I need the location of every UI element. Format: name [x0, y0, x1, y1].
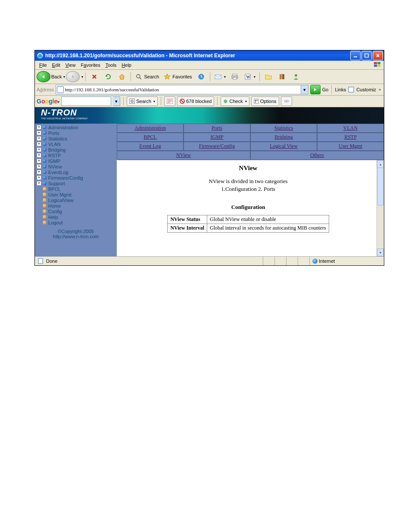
- google-search-dropdown[interactable]: ▾: [113, 96, 120, 106]
- tree-link[interactable]: Ports: [48, 131, 59, 136]
- tree-item-statistics[interactable]: +Statistics: [35, 136, 117, 141]
- google-check-button[interactable]: ✵Check▾: [221, 96, 249, 106]
- google-autolink-button[interactable]: [281, 96, 292, 106]
- close-button[interactable]: [373, 51, 383, 60]
- favorites-button[interactable]: Favorites: [162, 72, 193, 82]
- expand-icon[interactable]: +: [37, 142, 41, 146]
- tab-administration[interactable]: Administration: [117, 124, 184, 133]
- messenger-button[interactable]: [290, 72, 302, 82]
- tree-link[interactable]: VLAN: [48, 142, 61, 147]
- stop-button[interactable]: [88, 72, 101, 82]
- tab-logical-view[interactable]: Logical View: [250, 142, 317, 151]
- customize-icon[interactable]: [347, 86, 355, 93]
- scroll-up-button[interactable]: ▴: [377, 160, 384, 168]
- scroll-thumb[interactable]: [377, 168, 383, 205]
- address-input[interactable]: [56, 85, 301, 94]
- google-search-input[interactable]: [61, 96, 111, 106]
- print-button[interactable]: [228, 72, 241, 82]
- tree-item-logicalview[interactable]: LogicalView: [35, 197, 117, 203]
- tree-link[interactable]: RSTP: [48, 153, 61, 158]
- links-overflow[interactable]: »: [379, 87, 381, 92]
- expand-icon[interactable]: +: [37, 147, 41, 152]
- tab-user-mgmt[interactable]: User Mgmt: [317, 142, 384, 151]
- tree-item-administration[interactable]: +Administration: [35, 124, 117, 130]
- home-button[interactable]: [115, 72, 128, 82]
- tree-item-bridging[interactable]: +Bridging: [35, 147, 117, 152]
- tree-link[interactable]: Help: [48, 215, 58, 220]
- tree-item-eventlog[interactable]: +EventLog: [35, 169, 117, 175]
- tab-bridging[interactable]: Bridging: [250, 133, 317, 142]
- tree-link[interactable]: BPCL: [48, 187, 61, 192]
- expand-icon[interactable]: +: [37, 153, 41, 158]
- tree-link[interactable]: Support: [48, 181, 65, 186]
- tree-item-vlan[interactable]: +VLAN: [35, 141, 117, 147]
- expand-icon[interactable]: +: [37, 170, 41, 174]
- menu-view[interactable]: View: [63, 62, 78, 68]
- tab-vlan[interactable]: VLAN: [317, 124, 384, 133]
- expand-icon[interactable]: +: [37, 159, 41, 163]
- tab-others[interactable]: Others: [250, 151, 384, 160]
- edit-button[interactable]: W▾: [242, 72, 257, 82]
- back-button[interactable]: [37, 71, 50, 82]
- google-search-button[interactable]: GSearch▾: [127, 96, 158, 106]
- tree-link[interactable]: Bridging: [48, 147, 65, 152]
- scroll-down-button[interactable]: ▾: [377, 249, 384, 256]
- tab-firmware-config[interactable]: Firmware/Config: [184, 142, 250, 151]
- maximize-button[interactable]: [361, 51, 372, 60]
- tree-item-rstp[interactable]: +RSTP: [35, 152, 117, 158]
- google-news-button[interactable]: [164, 96, 175, 106]
- expand-icon[interactable]: +: [37, 175, 41, 180]
- menu-edit[interactable]: Edit: [50, 62, 63, 68]
- tree-link[interactable]: EventLog: [48, 170, 68, 175]
- vertical-scrollbar[interactable]: ▴ ▾: [377, 160, 384, 256]
- tab-statistics[interactable]: Statistics: [250, 124, 317, 133]
- tree-item-igmp[interactable]: +IGMP: [35, 158, 117, 164]
- tab-ports[interactable]: Ports: [184, 124, 250, 133]
- tree-link[interactable]: NView: [48, 164, 62, 169]
- google-options-button[interactable]: Options: [251, 96, 279, 106]
- tab-bpcl[interactable]: BPCL: [117, 133, 184, 142]
- expand-icon[interactable]: +: [37, 164, 41, 169]
- tab-rstp[interactable]: RSTP: [317, 133, 384, 142]
- tree-item-support[interactable]: +Support: [35, 180, 117, 186]
- folder-button[interactable]: [262, 72, 275, 82]
- tree-link[interactable]: IGMP: [48, 159, 60, 164]
- tree-item-firmware-config[interactable]: +Firmware/Config: [35, 175, 117, 180]
- tree-link[interactable]: User Mgmt: [48, 192, 72, 197]
- forward-dropdown[interactable]: ▾: [81, 75, 83, 79]
- minimize-button[interactable]: [350, 51, 361, 60]
- tree-link[interactable]: Firmware/Config: [48, 175, 83, 180]
- address-dropdown[interactable]: ▾: [301, 85, 308, 94]
- history-button[interactable]: [195, 72, 208, 82]
- go-button[interactable]: [310, 85, 321, 94]
- tree-item-config[interactable]: Config: [35, 208, 117, 214]
- forward-button[interactable]: [66, 71, 80, 82]
- tree-link[interactable]: Statistics: [48, 136, 67, 141]
- google-blocked-button[interactable]: 678 blocked: [177, 96, 214, 106]
- tree-item-user-mgmt[interactable]: User Mgmt: [35, 192, 117, 197]
- tree-item-bpcl[interactable]: BPCL: [35, 186, 117, 192]
- search-button[interactable]: Search: [133, 72, 161, 82]
- back-dropdown[interactable]: ▾: [63, 75, 65, 79]
- menu-help[interactable]: Help: [119, 62, 134, 68]
- tree-link[interactable]: LogicalView: [48, 198, 74, 203]
- tab-nview[interactable]: NView: [117, 151, 250, 160]
- tree-link[interactable]: Config: [48, 209, 62, 214]
- google-logo[interactable]: Google▾: [37, 98, 59, 105]
- tree-link[interactable]: Logout: [48, 220, 63, 225]
- menu-tools[interactable]: Tools: [103, 62, 119, 68]
- expand-icon[interactable]: +: [37, 136, 41, 141]
- tree-item-logout[interactable]: Logout: [35, 220, 117, 225]
- expand-icon[interactable]: +: [37, 131, 41, 135]
- ntron-url-link[interactable]: http://www.n-tron.com: [35, 234, 117, 239]
- menu-favorites[interactable]: Favorites: [78, 62, 103, 68]
- refresh-button[interactable]: [102, 72, 115, 82]
- tab-event-log[interactable]: Event Log: [117, 142, 184, 151]
- expand-icon[interactable]: +: [37, 181, 41, 186]
- tree-item-nview[interactable]: +NView: [35, 164, 117, 169]
- tree-link[interactable]: Administration: [48, 125, 78, 130]
- tree-item-ports[interactable]: +Ports: [35, 130, 117, 136]
- mail-button[interactable]: ▾: [212, 72, 227, 82]
- research-button[interactable]: [276, 72, 289, 82]
- tree-link[interactable]: Home: [48, 203, 61, 208]
